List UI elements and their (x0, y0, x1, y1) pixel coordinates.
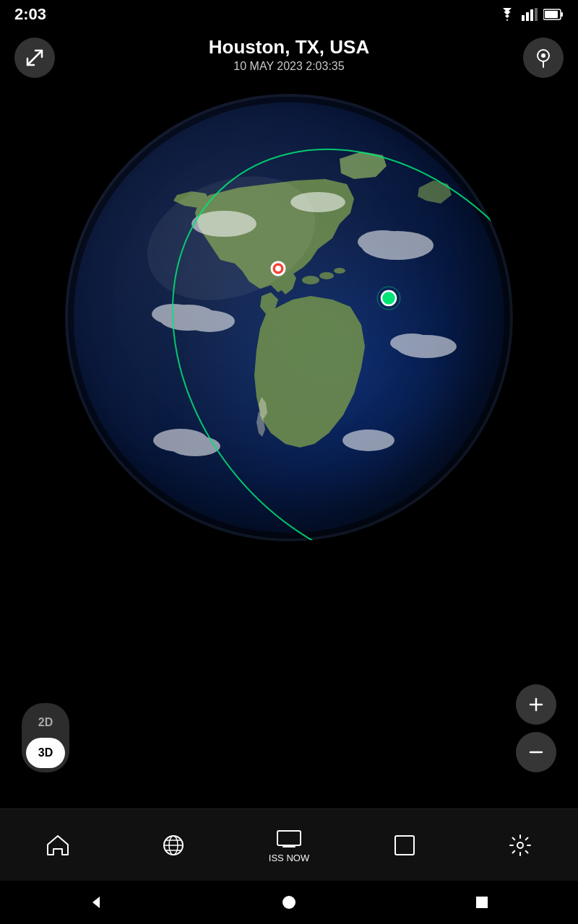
svg-point-16 (184, 310, 235, 332)
system-nav-bar (0, 881, 578, 924)
location-button[interactable] (523, 38, 564, 78)
globe-icon (162, 834, 185, 857)
svg-point-12 (319, 272, 334, 279)
globe-container[interactable] (65, 94, 513, 541)
svg-point-22 (390, 334, 434, 352)
status-bar: 2:03 (0, 0, 578, 29)
expand-icon (25, 48, 44, 67)
status-icons (499, 8, 564, 21)
view-2d-button[interactable]: 2D (26, 707, 65, 738)
tv-icon (276, 827, 302, 848)
zoom-in-button[interactable] (516, 684, 556, 725)
nav-home[interactable] (0, 809, 116, 881)
globe[interactable] (65, 94, 513, 541)
svg-rect-6 (545, 11, 558, 18)
svg-point-25 (342, 430, 394, 451)
zoom-out-button[interactable] (516, 732, 556, 772)
svg-line-7 (27, 51, 42, 65)
nav-screen[interactable] (347, 809, 462, 881)
back-icon (88, 894, 104, 910)
svg-point-18 (358, 230, 408, 253)
location-pin-icon (534, 48, 553, 68)
svg-rect-3 (535, 8, 538, 21)
recents-icon (474, 894, 490, 910)
location-title: Houston, TX, USA (209, 36, 369, 58)
svg-point-13 (334, 268, 345, 274)
svg-rect-49 (476, 897, 488, 908)
header: Houston, TX, USA 10 MAY 2023 2:03:35 (0, 29, 578, 79)
svg-rect-45 (395, 836, 414, 855)
svg-point-46 (517, 842, 523, 848)
svg-marker-47 (92, 897, 100, 908)
svg-point-30 (381, 291, 396, 305)
svg-point-9 (541, 53, 545, 58)
back-button[interactable] (74, 881, 118, 924)
svg-rect-42 (277, 831, 301, 845)
datetime-display: 10 MAY 2023 2:03:35 (209, 60, 369, 73)
wifi-icon (499, 8, 516, 21)
signal-icon (522, 8, 538, 21)
home-button[interactable] (267, 881, 311, 924)
nav-globe[interactable] (116, 809, 231, 881)
screen-icon (393, 834, 416, 857)
view-toggle[interactable]: 2D 3D (22, 703, 69, 772)
svg-rect-1 (526, 12, 529, 21)
status-time: 2:03 (14, 5, 46, 24)
plus-icon (527, 696, 545, 713)
home-icon (46, 834, 69, 856)
recents-button[interactable] (460, 881, 504, 924)
view-3d-button[interactable]: 3D (26, 738, 65, 768)
svg-point-33 (275, 266, 281, 271)
zoom-controls (516, 684, 556, 772)
nav-settings[interactable] (462, 809, 578, 881)
bottom-nav: ISS NOW (0, 808, 578, 881)
battery-icon (543, 9, 564, 20)
settings-icon (509, 834, 532, 857)
iss-now-label: ISS NOW (269, 853, 309, 863)
svg-rect-5 (561, 12, 563, 17)
svg-rect-2 (530, 9, 533, 21)
expand-button[interactable] (14, 38, 55, 78)
nav-iss-now[interactable]: ISS NOW (231, 809, 347, 881)
svg-point-48 (282, 896, 296, 909)
svg-point-24 (170, 436, 220, 456)
svg-point-11 (302, 276, 319, 284)
svg-point-28 (130, 154, 332, 322)
home-circle-icon (281, 894, 297, 910)
svg-rect-0 (522, 15, 525, 21)
minus-icon (527, 749, 545, 756)
